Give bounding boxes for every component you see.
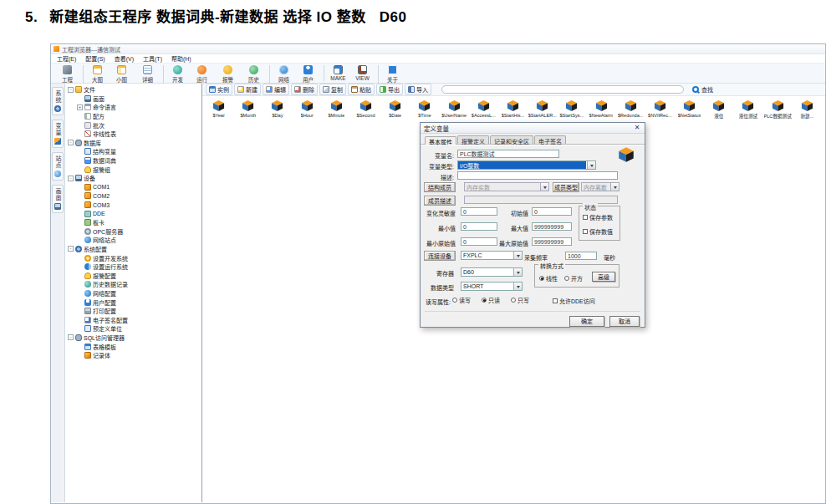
tree-item[interactable]: 电子签名配置 bbox=[65, 315, 201, 324]
dde-checkbox-option[interactable]: 允许DDE访问 bbox=[553, 297, 595, 305]
variable-item[interactable]: $StartALER... bbox=[528, 99, 557, 120]
toolbar-button[interactable]: 工程 bbox=[54, 65, 80, 84]
dictionary-toolbar-button[interactable]: 粘贴 bbox=[348, 84, 375, 95]
tree-expander-icon[interactable]: + bbox=[77, 104, 83, 110]
tree-item[interactable]: 报警配置 bbox=[65, 271, 201, 280]
toolbar-button[interactable]: 关于 bbox=[378, 65, 404, 84]
variable-item[interactable]: $Month bbox=[233, 99, 263, 120]
max-value-input[interactable]: 999999999 bbox=[532, 222, 572, 231]
tree-item[interactable]: 历史数据记录 bbox=[65, 280, 201, 289]
tree-item[interactable]: 结构变量 bbox=[65, 147, 201, 156]
tree-expander-icon[interactable] bbox=[77, 166, 83, 172]
search-button[interactable]: 查找 bbox=[692, 85, 713, 94]
tree-item[interactable]: 打印配置 bbox=[65, 307, 201, 316]
rw-radio-option[interactable]: 只写 bbox=[511, 296, 529, 304]
state-checkbox-option[interactable]: 保存数值 bbox=[583, 227, 613, 236]
tree-item[interactable]: 网络站点 bbox=[65, 236, 201, 245]
search-input[interactable] bbox=[441, 85, 684, 94]
tree-item[interactable]: DDE bbox=[65, 209, 201, 218]
tree-expander-icon[interactable] bbox=[77, 211, 83, 216]
variable-name-input[interactable]: PLC数据测试 bbox=[457, 150, 559, 158]
variable-item[interactable]: $Date bbox=[380, 99, 410, 120]
variable-item[interactable]: $NetStatus bbox=[675, 99, 704, 120]
dictionary-toolbar-button[interactable]: 新建 bbox=[234, 84, 261, 95]
variable-item[interactable]: PLC数据测试 bbox=[763, 99, 793, 120]
toolbar-button[interactable]: 运行 bbox=[189, 65, 215, 84]
tree-expander-icon[interactable] bbox=[77, 317, 83, 323]
dictionary-toolbar-button[interactable]: 导入 bbox=[405, 84, 431, 95]
dictionary-toolbar-button[interactable]: 删除 bbox=[291, 84, 318, 95]
tree-item[interactable]: COM3 bbox=[65, 201, 201, 210]
variable-item[interactable]: $Day bbox=[263, 99, 292, 120]
toolbar-button[interactable]: 历史 bbox=[241, 65, 267, 84]
menu-item[interactable]: 配置(S) bbox=[85, 54, 105, 63]
sidebar-tab[interactable]: 变量 bbox=[52, 120, 64, 148]
advanced-button[interactable]: 高级 bbox=[592, 272, 615, 282]
convert-radio-option[interactable]: 开方 bbox=[564, 274, 583, 283]
tree-item[interactable]: - 设备 bbox=[65, 174, 201, 183]
dictionary-toolbar-button[interactable]: 复制 bbox=[319, 84, 346, 95]
member-type-combo[interactable]: 内存离散 bbox=[581, 182, 620, 191]
toolbar-button[interactable]: 详细 bbox=[135, 65, 161, 84]
tree-item[interactable]: - SQL访问管理器 bbox=[65, 333, 201, 343]
tree-item[interactable]: 非线性表 bbox=[65, 130, 201, 139]
tree-expander-icon[interactable] bbox=[77, 282, 83, 288]
tree-expander-icon[interactable]: - bbox=[68, 87, 74, 93]
tree-expander-icon[interactable] bbox=[77, 184, 83, 190]
variable-item[interactable]: $UserName bbox=[440, 99, 469, 120]
tree-item[interactable]: 配方 bbox=[65, 112, 201, 121]
toolbar-button[interactable]: 报警 bbox=[215, 65, 241, 84]
menu-item[interactable]: 工具(T) bbox=[143, 54, 162, 63]
menu-item[interactable]: 帮助(H) bbox=[171, 54, 191, 63]
tree-expander-icon[interactable]: - bbox=[68, 334, 74, 340]
member-desc-button[interactable]: 成员描述 bbox=[424, 196, 456, 206]
tree-item[interactable]: 表格模板 bbox=[65, 342, 201, 351]
close-icon[interactable]: ✕ bbox=[633, 124, 641, 132]
tree-item[interactable]: 报警组 bbox=[65, 165, 201, 174]
tree-expander-icon[interactable] bbox=[77, 220, 83, 226]
dialog-titlebar[interactable]: 定义变量 ✕ bbox=[421, 123, 645, 134]
sidebar-tab[interactable]: 画面 bbox=[52, 185, 64, 213]
tree-expander-icon[interactable] bbox=[77, 122, 83, 128]
tree-expander-icon[interactable] bbox=[77, 290, 83, 296]
dialog-tab[interactable]: 报警定义 bbox=[457, 135, 489, 144]
variable-item[interactable]: $Hour bbox=[293, 99, 322, 120]
tree-expander-icon[interactable] bbox=[77, 158, 83, 164]
dictionary-toolbar-button[interactable]: 导出 bbox=[376, 84, 403, 95]
toolbar-button[interactable]: 小图 bbox=[109, 65, 135, 84]
variable-type-combo[interactable]: I/O整数 bbox=[457, 160, 596, 170]
dialog-tab[interactable]: 基本属性 bbox=[425, 136, 456, 145]
tree-expander-icon[interactable]: - bbox=[68, 140, 74, 145]
tree-item[interactable]: - 文件 bbox=[65, 85, 201, 94]
tree-expander-icon[interactable] bbox=[77, 326, 83, 332]
variable-item[interactable]: $AccessL... bbox=[469, 99, 498, 120]
initial-value-input[interactable]: 0 bbox=[532, 207, 572, 216]
variable-item[interactable]: 新建... bbox=[793, 99, 822, 120]
tree-item[interactable]: - 数据库 bbox=[65, 139, 201, 148]
ok-button[interactable]: 确定 bbox=[569, 316, 604, 327]
tree-item[interactable]: 板卡 bbox=[65, 218, 201, 227]
variable-item[interactable]: $Minute bbox=[322, 99, 351, 120]
tree-item[interactable]: 数据词典 bbox=[65, 156, 201, 165]
rw-radio-option[interactable]: 读写 bbox=[452, 296, 471, 304]
tree-expander-icon[interactable] bbox=[77, 272, 83, 278]
tree-item[interactable]: 预定义单位 bbox=[65, 324, 201, 333]
convert-radio-option[interactable]: 线性 bbox=[539, 274, 558, 283]
dialog-tab[interactable]: 电子签名 bbox=[534, 135, 566, 144]
rw-radio-option[interactable]: 只读 bbox=[482, 296, 500, 304]
connect-device-button[interactable]: 连接设备 bbox=[424, 251, 456, 261]
tree-expander-icon[interactable] bbox=[77, 353, 83, 359]
tree-item[interactable]: COM1 bbox=[65, 183, 201, 192]
tree-item[interactable]: 设置开发系统 bbox=[65, 253, 201, 262]
toolbar-button[interactable]: MAKE bbox=[324, 65, 349, 81]
tree-item[interactable]: + 命令语言 bbox=[65, 103, 201, 112]
tree-item[interactable]: 网络配置 bbox=[65, 289, 201, 298]
tree-expander-icon[interactable] bbox=[77, 131, 83, 137]
dictionary-toolbar-button[interactable]: 实例 bbox=[206, 84, 232, 95]
toolbar-button[interactable]: 网络 bbox=[269, 65, 295, 84]
variable-item[interactable]: $Second bbox=[351, 99, 380, 120]
variable-item[interactable]: 液位 bbox=[704, 99, 733, 120]
member-type-button[interactable]: 成员类型 bbox=[553, 182, 579, 192]
struct-member-button[interactable]: 结构成员 bbox=[424, 182, 456, 192]
tree-item[interactable]: 用户配置 bbox=[65, 298, 201, 307]
